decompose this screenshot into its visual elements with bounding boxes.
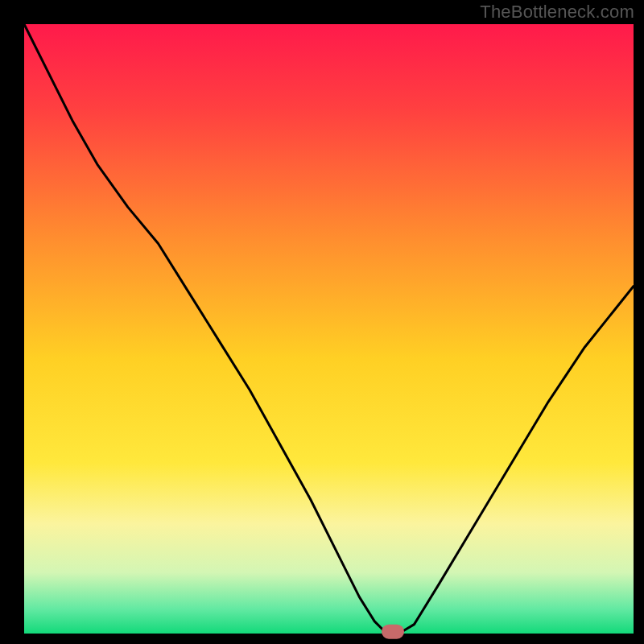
bottleneck-marker xyxy=(382,625,404,639)
bottleneck-chart xyxy=(0,0,644,644)
chart-container xyxy=(0,0,644,644)
svg-rect-2 xyxy=(634,0,644,644)
svg-rect-3 xyxy=(0,634,644,644)
chart-background-gradient xyxy=(24,24,634,634)
watermark-text: TheBottleneck.com xyxy=(480,2,634,23)
svg-rect-1 xyxy=(0,0,24,644)
